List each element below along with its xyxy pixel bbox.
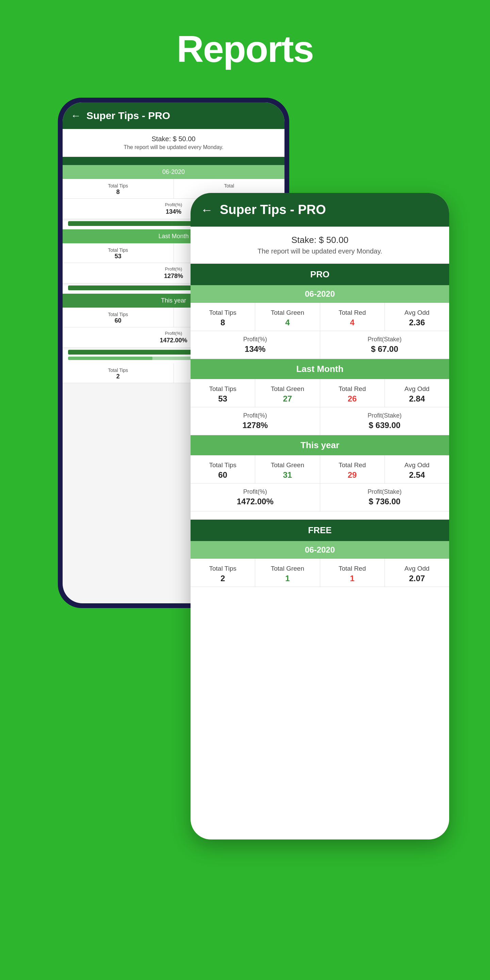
back-tips2-cell: Total Tips 53: [63, 243, 174, 263]
lm-profit-pct-cell: Profit(%) 1278%: [191, 407, 320, 435]
pro-period-header: 06-2020: [191, 285, 449, 303]
ty-profit-row: Profit(%) 1472.00% Profit(Stake) $ 736.0…: [191, 484, 449, 511]
back-pro-header: [63, 157, 285, 165]
back-pro-period: 06-2020: [63, 165, 285, 179]
lm-profit-stake-cell: Profit(Stake) $ 639.00: [320, 407, 450, 435]
lm-red-label: Total Red: [324, 385, 381, 393]
free-avg-odd-cell: Avg Odd 2.07: [385, 559, 449, 587]
free-tips-label: Total Tips: [194, 565, 251, 572]
free-period-header: 06-2020: [191, 541, 449, 559]
ty-profit-stake-cell: Profit(Stake) $ 736.00: [320, 484, 450, 511]
free-green-label: Total Green: [259, 565, 316, 572]
front-stake-note: The report will be updated every Monday.: [197, 247, 442, 255]
free-green-value: 1: [259, 574, 316, 583]
pro-avg-odd-value: 2.36: [388, 318, 446, 327]
back-tips3-label: Total Tips: [65, 312, 172, 317]
free-green-cell: Total Green 1: [255, 559, 320, 587]
this-year-header: This year: [191, 435, 449, 455]
pro-profit-pct-value: 134%: [194, 344, 317, 354]
back-tips4-cell: Total Tips 2: [63, 363, 174, 383]
ty-avg-odd-value: 2.54: [388, 470, 446, 480]
pro-stats-row-1: Total Tips 8 Total Green 4 Total Red 4 A…: [191, 303, 449, 331]
lm-tips-cell: Total Tips 53: [191, 379, 255, 407]
lm-red-cell: Total Red 26: [320, 379, 385, 407]
ty-profit-stake-label: Profit(Stake): [324, 488, 446, 495]
page-title: Reports: [177, 27, 313, 70]
pro-profit-stake-value: $ 67.00: [324, 344, 446, 354]
back-stake-note: The report will be updated every Monday.: [69, 144, 278, 150]
ty-tips-value: 60: [194, 470, 251, 480]
ty-profit-pct-value: 1472.00%: [194, 497, 317, 506]
phone-front: ← Super Tips - PRO Stake: $ 50.00 The re…: [191, 193, 449, 840]
back-phone-title: Super Tips - PRO: [86, 110, 170, 121]
ty-tips-cell: Total Tips 60: [191, 455, 255, 483]
pro-green-value: 4: [259, 318, 316, 327]
last-month-stats-row: Total Tips 53 Total Green 27 Total Red 2…: [191, 379, 449, 407]
back-tips4-value: 2: [65, 373, 172, 380]
back-tips2-label: Total Tips: [65, 247, 172, 253]
back-total-label: Total: [176, 183, 283, 189]
this-year-stats-row: Total Tips 60 Total Green 31 Total Red 2…: [191, 455, 449, 484]
last-month-header: Last Month: [191, 359, 449, 379]
pro-section-header: PRO: [191, 264, 449, 285]
free-avg-odd-value: 2.07: [388, 574, 446, 583]
pro-red-value: 4: [324, 318, 381, 327]
ty-avg-odd-cell: Avg Odd 2.54: [385, 455, 449, 483]
pro-green-cell: Total Green 4: [255, 303, 320, 331]
ty-green-label: Total Green: [259, 461, 316, 469]
ty-profit-pct-cell: Profit(%) 1472.00%: [191, 484, 320, 511]
pro-tips-value: 8: [194, 318, 251, 327]
free-stats-row: Total Tips 2 Total Green 1 Total Red 1 A…: [191, 559, 449, 587]
back-tips4-label: Total Tips: [65, 368, 172, 373]
lm-red-value: 26: [324, 394, 381, 404]
free-red-cell: Total Red 1: [320, 559, 385, 587]
ty-red-cell: Total Red 29: [320, 455, 385, 483]
back-stake-amount: Stake: $ 50.00: [69, 135, 278, 143]
ty-profit-pct-label: Profit(%): [194, 488, 317, 495]
pro-total-tips-cell: Total Tips 8: [191, 303, 255, 331]
lm-green-cell: Total Green 27: [255, 379, 320, 407]
back-tips3-value: 60: [65, 317, 172, 324]
free-tips-cell: Total Tips 2: [191, 559, 255, 587]
free-section-header: FREE: [191, 520, 449, 541]
lm-profit-row: Profit(%) 1278% Profit(Stake) $ 639.00: [191, 407, 449, 435]
phones-container: ← Super Tips - PRO Stake: $ 50.00 The re…: [41, 98, 449, 880]
pro-avg-odd-label: Avg Odd: [388, 309, 446, 317]
free-red-label: Total Red: [324, 565, 381, 572]
lm-green-value: 27: [259, 394, 316, 404]
pro-tips-label: Total Tips: [194, 309, 251, 317]
lm-green-label: Total Green: [259, 385, 316, 393]
pro-profit-stake-cell: Profit(Stake) $ 67.00: [320, 331, 450, 359]
ty-tips-label: Total Tips: [194, 461, 251, 469]
pro-red-cell: Total Red 4: [320, 303, 385, 331]
ty-profit-stake-value: $ 736.00: [324, 497, 446, 506]
pro-red-label: Total Red: [324, 309, 381, 317]
free-avg-odd-label: Avg Odd: [388, 565, 446, 572]
pro-avg-odd-cell: Avg Odd 2.36: [385, 303, 449, 331]
pro-profit-row: Profit(%) 134% Profit(Stake) $ 67.00: [191, 331, 449, 359]
front-phone-title: Super Tips - PRO: [220, 202, 326, 217]
pro-profit-pct-cell: Profit(%) 134%: [191, 331, 320, 359]
lm-tips-label: Total Tips: [194, 385, 251, 393]
lm-avg-odd-label: Avg Odd: [388, 385, 446, 393]
lm-tips-value: 53: [194, 394, 251, 404]
back-stake-info: Stake: $ 50.00 The report will be update…: [63, 129, 285, 157]
lm-profit-pct-label: Profit(%): [194, 412, 317, 419]
front-stake-amount: Stake: $ 50.00: [197, 235, 442, 245]
back-tips-value: 8: [65, 189, 172, 196]
back-total-tips-cell: Total Tips 8: [63, 179, 174, 198]
back-tips2-value: 53: [65, 253, 172, 260]
front-phone-header: ← Super Tips - PRO: [191, 193, 449, 227]
ty-red-value: 29: [324, 470, 381, 480]
ty-red-label: Total Red: [324, 461, 381, 469]
ty-avg-odd-label: Avg Odd: [388, 461, 446, 469]
back-tips3-cell: Total Tips 60: [63, 308, 174, 327]
free-tips-value: 2: [194, 574, 251, 583]
pro-profit-pct-label: Profit(%): [194, 336, 317, 343]
ty-green-value: 31: [259, 470, 316, 480]
front-back-arrow-icon[interactable]: ←: [201, 203, 213, 217]
lm-avg-odd-cell: Avg Odd 2.84: [385, 379, 449, 407]
back-arrow-icon[interactable]: ←: [71, 110, 81, 121]
pro-profit-stake-label: Profit(Stake): [324, 336, 446, 343]
lm-profit-stake-label: Profit(Stake): [324, 412, 446, 419]
